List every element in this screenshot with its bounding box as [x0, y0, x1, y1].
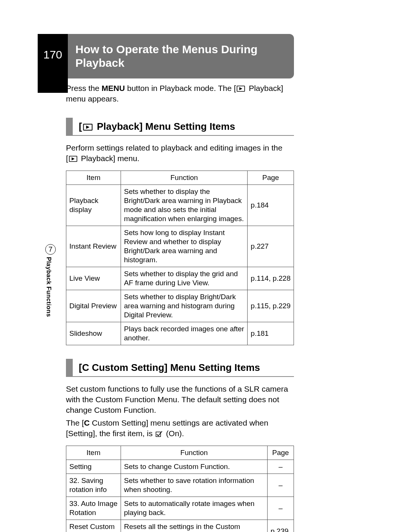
- heading-bracket: [: [79, 121, 82, 132]
- desc-bold-c: C: [84, 418, 90, 427]
- section-heading-bar: [C Custom Setting] Menu Setting Items: [66, 359, 294, 377]
- checkbox-on-icon: [156, 431, 162, 437]
- cell-func: Sets whether to display the grid and AF …: [121, 267, 248, 290]
- cell-item: Setting: [66, 460, 121, 474]
- playback-settings-table: Item Function Page Playback display Sets…: [66, 171, 294, 345]
- cell-page: –: [268, 497, 294, 520]
- heading-text: Playback] Menu Setting Items: [94, 121, 235, 132]
- intro-text-b: button in Playback mode. The [: [125, 84, 236, 92]
- cell-item: Digital Preview: [66, 290, 121, 322]
- chapter-label: Playback Functions: [45, 257, 52, 317]
- section-accent: [66, 359, 73, 377]
- col-function: Function: [121, 171, 248, 185]
- cell-page: p.239: [268, 520, 294, 532]
- playback-icon: [83, 124, 93, 131]
- cell-page: –: [268, 460, 294, 474]
- intro-text-a: Press the: [66, 84, 102, 92]
- desc-text-b: Playback] menu.: [79, 154, 139, 163]
- cell-item: Playback display: [66, 185, 121, 226]
- cell-page: –: [268, 474, 294, 497]
- intro-paragraph: Press the MENU button in Playback mode. …: [66, 83, 294, 104]
- cell-item: Slideshow: [66, 322, 121, 345]
- col-item: Item: [66, 446, 121, 460]
- custom-desc-a: Set custom functions to fully use the fu…: [66, 384, 294, 415]
- svg-marker-3: [86, 126, 89, 129]
- section-custom-setting: [C Custom Setting] Menu Setting Items Se…: [66, 359, 294, 532]
- table-row: Instant Review Sets how long to display …: [66, 226, 294, 267]
- section-title: [C Custom Setting] Menu Setting Items: [79, 362, 260, 373]
- section-playback-desc: Perform settings related to playback and…: [66, 143, 294, 164]
- cell-page: p.115, p.229: [248, 290, 294, 322]
- desc-text-end: (On).: [164, 429, 184, 438]
- cell-page: p.181: [248, 322, 294, 345]
- table-row: Playback display Sets whether to display…: [66, 185, 294, 226]
- page-number: 170: [43, 48, 62, 61]
- table-row: Digital Preview Sets whether to display …: [66, 290, 294, 322]
- table-header-row: Item Function Page: [66, 171, 294, 185]
- table-row: Setting Sets to change Custom Function. …: [66, 460, 294, 474]
- cell-func: Sets whether to display the Bright/Dark …: [121, 185, 248, 226]
- col-page: Page: [248, 171, 294, 185]
- cell-item: Live View: [66, 267, 121, 290]
- section-title: [ Playback] Menu Setting Items: [79, 121, 235, 132]
- section-playback-menu: [ Playback] Menu Setting Items Perform s…: [66, 118, 294, 345]
- desc-bracket: The [: [66, 418, 84, 427]
- cell-page: p.114, p.228: [248, 267, 294, 290]
- svg-marker-1: [239, 87, 242, 90]
- col-item: Item: [66, 171, 121, 185]
- section-title-wrap: [ Playback] Menu Setting Items: [73, 118, 294, 136]
- desc-text-a: Perform settings related to playback and…: [66, 143, 282, 152]
- cell-func: Sets whether to display Bright/Dark area…: [121, 290, 248, 322]
- cell-func: Plays back recorded images one after ano…: [121, 322, 248, 345]
- section-heading-bar: [ Playback] Menu Setting Items: [66, 118, 294, 136]
- col-page: Page: [268, 446, 294, 460]
- col-function: Function: [121, 446, 268, 460]
- desc-bracket: [: [66, 154, 68, 163]
- playback-icon: [237, 86, 245, 92]
- chapter-tab: 7 Playback Functions: [45, 244, 57, 317]
- cell-func: Sets to automatically rotate images when…: [121, 497, 268, 520]
- page-number-block: 170: [38, 34, 68, 93]
- cell-item: Reset Custom Function: [66, 520, 121, 532]
- table-row: Reset Custom Function Resets all the set…: [66, 520, 294, 532]
- cell-func: Resets all the settings in the Custom Fu…: [121, 520, 268, 532]
- manual-page: 170 How to Operate the Menus During Play…: [0, 0, 407, 532]
- cell-page: p.227: [248, 226, 294, 267]
- playback-icon: [69, 156, 77, 162]
- page-title: How to Operate the Menus During Playback: [75, 43, 285, 70]
- body-column: Press the MENU button in Playback mode. …: [66, 83, 294, 532]
- cell-item: 33. Auto Image Rotation: [66, 497, 121, 520]
- page-title-band: How to Operate the Menus During Playback: [68, 34, 294, 78]
- chapter-number-badge: 7: [45, 244, 56, 255]
- custom-settings-table: Item Function Page Setting Sets to chang…: [66, 446, 294, 532]
- table-row: Slideshow Plays back recorded images one…: [66, 322, 294, 345]
- table-row: Live View Sets whether to display the gr…: [66, 267, 294, 290]
- cell-item: Instant Review: [66, 226, 121, 267]
- cell-page: p.184: [248, 185, 294, 226]
- chapter-number: 7: [49, 245, 53, 254]
- custom-desc-b: The [C Custom Setting] menu settings are…: [66, 418, 294, 439]
- menu-button-label: MENU: [102, 84, 125, 92]
- svg-marker-5: [72, 157, 75, 160]
- table-header-row: Item Function Page: [66, 446, 294, 460]
- cell-func: Sets whether to save rotation informatio…: [121, 474, 268, 497]
- cell-func: Sets how long to display Instant Review …: [121, 226, 248, 267]
- section-title-wrap: [C Custom Setting] Menu Setting Items: [73, 359, 294, 377]
- cell-item: 32. Saving rotation info: [66, 474, 121, 497]
- section-accent: [66, 118, 73, 136]
- table-row: 33. Auto Image Rotation Sets to automati…: [66, 497, 294, 520]
- table-row: 32. Saving rotation info Sets whether to…: [66, 474, 294, 497]
- cell-func: Sets to change Custom Function.: [121, 460, 268, 474]
